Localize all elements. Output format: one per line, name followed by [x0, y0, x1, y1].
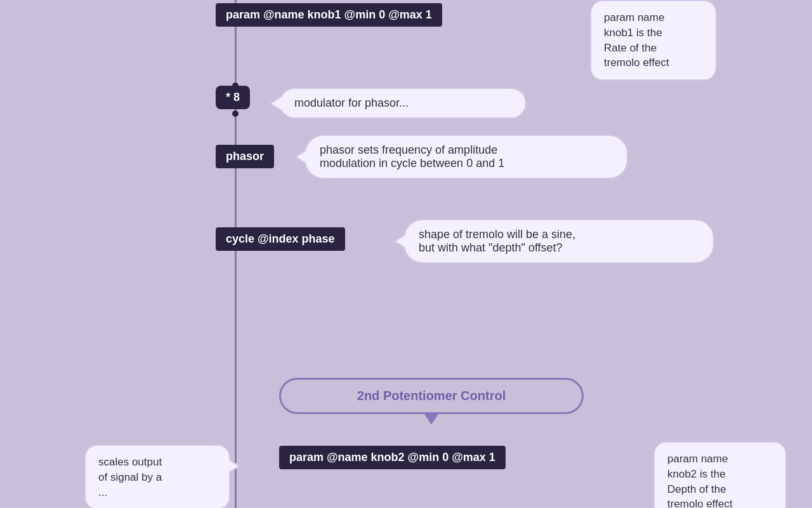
bubble-scales-output: scales output of signal by a ...: [84, 444, 230, 508]
node-cycle-index-phase[interactable]: cycle @index phase: [216, 227, 345, 251]
line-dot-2: [232, 110, 239, 117]
node-multiply-8[interactable]: * 8: [216, 86, 250, 109]
bubble-knob2-info: param name knob2 is the Depth of the tre…: [653, 441, 787, 508]
node-param-knob1[interactable]: param @name knob1 @min 0 @max 1: [216, 3, 442, 27]
bubble-modulator: modulator for phasor...: [279, 88, 527, 119]
node-phasor[interactable]: phasor: [216, 145, 274, 168]
bubble-cycle-depth: shape of tremolo will be a sine, but wit…: [403, 219, 714, 264]
bubble-knob1-info: param name knob1 is the Rate of the trem…: [590, 0, 717, 81]
node-param-knob2[interactable]: param @name knob2 @min 0 @max 1: [279, 446, 506, 469]
line-dot-1: [232, 83, 239, 89]
vertical-flow-line: [235, 0, 237, 508]
bubble-potentiometer-control: 2nd Potentiomer Control: [279, 378, 584, 414]
bubble-phasor-info: phasor sets frequency of amplitude modul…: [304, 135, 628, 179]
